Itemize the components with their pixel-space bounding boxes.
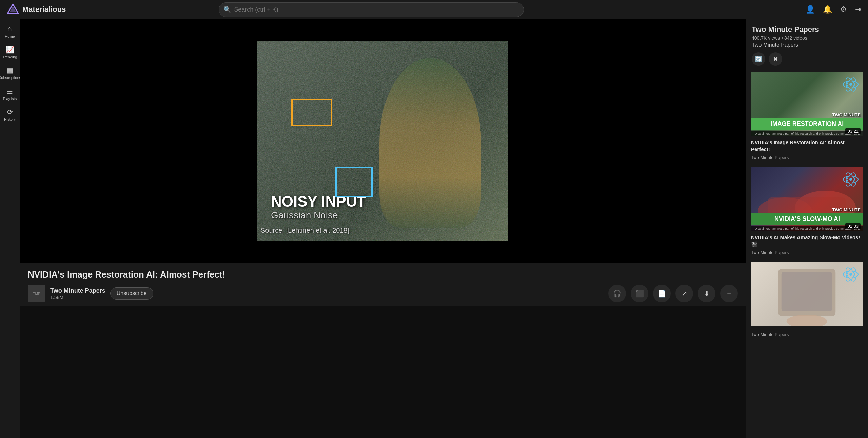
sidebar-item-label-trending: Trending	[2, 55, 17, 59]
subscriber-count: 1.58M	[50, 294, 105, 300]
topbar-actions: 👤 🔔 ⚙ ⇥	[806, 5, 861, 14]
atom-icon-1	[842, 76, 859, 93]
subscriptions-icon: ▦	[7, 66, 13, 74]
app-title: Materialious	[22, 5, 66, 14]
video-card-title-2: NVIDIA's AI Makes Amazing Slow-Mo Videos…	[751, 234, 863, 247]
gaussian-label: Gaussian Noise	[271, 210, 366, 221]
channel-row: TMP Two Minute Papers 1.58M Unsubscribe …	[28, 285, 738, 302]
right-channel-title: Two Minute Papers	[752, 25, 863, 34]
history-icon: ⟳	[7, 108, 13, 116]
topbar: Materialious 🔍 👤 🔔 ⚙ ⇥	[0, 0, 868, 19]
video-card-2[interactable]: TWO MINUTEPAPERS NVIDIA'S SLOW-MO AI Dis…	[746, 164, 868, 259]
duration-badge-1: 03:21	[845, 128, 861, 134]
svg-text:TMP: TMP	[33, 292, 40, 296]
video-thumbnail-2: TWO MINUTEPAPERS NVIDIA'S SLOW-MO AI Dis…	[751, 167, 863, 231]
video-thumbnail-3	[751, 262, 863, 326]
theater-button[interactable]: ⬛	[631, 285, 648, 302]
video-card-channel-2: Two Minute Papers	[751, 250, 863, 255]
svg-point-8	[849, 83, 852, 86]
video-title: NVIDIA's Image Restoration AI: Almost Pe…	[28, 269, 738, 280]
unsubscribe-button[interactable]: Unsubscribe	[110, 287, 153, 300]
highlight-rect-blue	[335, 167, 373, 197]
trending-icon: 📈	[6, 45, 14, 54]
svg-point-15	[849, 178, 852, 181]
sidebar-item-label-history: History	[4, 117, 16, 122]
video-card-1[interactable]: TWO MINUTEPAPERS IMAGE RESTORATION AI Di…	[746, 69, 868, 164]
right-actions: 🔄 ✖	[752, 52, 863, 66]
channel-left: TMP Two Minute Papers 1.58M Unsubscribe	[28, 285, 153, 302]
video-overlay-text: NOISY INPUT Gaussian Noise	[271, 193, 366, 221]
channel-name: Two Minute Papers	[50, 287, 105, 294]
svg-point-18	[787, 315, 827, 326]
right-channel-stats: 400.7K views • 842 videos	[752, 35, 863, 41]
highlight-rect-orange	[291, 99, 332, 126]
content-area: NOISY INPUT Gaussian Noise Source: [Leht…	[20, 19, 746, 438]
search-input[interactable]	[219, 2, 524, 17]
sidebar-item-home[interactable]: ⌂ Home	[1, 22, 19, 41]
video-card-channel-3: Two Minute Papers	[751, 332, 863, 337]
right-channel-name: Two Minute Papers	[752, 42, 863, 48]
video-source: Source: [Lehtinen et al. 2018]	[261, 227, 349, 234]
right-action-refresh[interactable]: 🔄	[752, 52, 765, 66]
sidebar-item-subscriptions[interactable]: ▦ Subscriptions	[1, 63, 19, 83]
search-bar-container: 🔍	[219, 2, 524, 17]
svg-rect-17	[782, 272, 832, 311]
main-layout: ⌂ Home 📈 Trending ▦ Subscriptions ☰ Play…	[0, 19, 868, 438]
sidebar-item-label-playlists: Playlists	[3, 97, 17, 101]
playlists-icon: ☰	[7, 87, 13, 95]
below-video: NVIDIA's Image Restoration AI: Almost Pe…	[20, 263, 746, 306]
sidebar-item-playlists[interactable]: ☰ Playlists	[1, 84, 19, 104]
settings-icon[interactable]: ⚙	[840, 5, 847, 14]
thumb-koala: TWO MINUTEPAPERS IMAGE RESTORATION AI Di…	[751, 72, 863, 136]
video-card-title-1: NVIDIA's Image Restoration AI: Almost Pe…	[751, 139, 863, 152]
sidebar-item-label-home: Home	[5, 34, 15, 39]
duration-badge-2: 02:33	[845, 223, 861, 229]
svg-point-22	[849, 273, 852, 276]
headphones-button[interactable]: 🎧	[608, 285, 626, 302]
share-button[interactable]: ↗	[675, 285, 693, 302]
sidebar-item-trending[interactable]: 📈 Trending	[1, 43, 19, 62]
right-panel: Two Minute Papers 400.7K views • 842 vid…	[746, 19, 868, 438]
video-thumbnail-1: TWO MINUTEPAPERS IMAGE RESTORATION AI Di…	[751, 72, 863, 136]
sidebar-item-label-subscriptions: Subscriptions	[0, 76, 21, 80]
account-icon[interactable]: 👤	[806, 5, 815, 14]
bell-icon[interactable]: 🔔	[823, 5, 832, 14]
right-panel-header: Two Minute Papers 400.7K views • 842 vid…	[746, 19, 868, 69]
thumb-paper	[751, 262, 863, 326]
video-actions: 🎧 ⬛ 📄 ↗ ⬇ +	[608, 285, 738, 302]
more-button[interactable]: +	[720, 285, 738, 302]
search-icon: 🔍	[223, 6, 231, 13]
download-button[interactable]: ⬇	[698, 285, 715, 302]
video-player[interactable]: NOISY INPUT Gaussian Noise Source: [Leht…	[20, 19, 746, 263]
logo-icon	[7, 3, 19, 16]
sidebar-item-history[interactable]: ⟳ History	[1, 105, 19, 125]
person-silhouette	[379, 58, 481, 228]
home-icon: ⌂	[8, 25, 12, 33]
channel-avatar: TMP	[28, 285, 45, 302]
atom-icon-3	[842, 266, 859, 283]
video-content: NOISY INPUT Gaussian Noise Source: [Leht…	[257, 41, 508, 241]
video-card-channel-1: Two Minute Papers	[751, 155, 863, 160]
logout-icon[interactable]: ⇥	[855, 5, 861, 14]
avatar-icon: TMP	[28, 285, 45, 302]
video-card-3[interactable]: Two Minute Papers	[746, 259, 868, 340]
channel-info: Two Minute Papers 1.58M	[50, 287, 105, 300]
document-button[interactable]: 📄	[653, 285, 671, 302]
atom-icon-2	[842, 171, 859, 188]
thumb-car: TWO MINUTEPAPERS NVIDIA'S SLOW-MO AI Dis…	[751, 167, 863, 231]
sidebar: ⌂ Home 📈 Trending ▦ Subscriptions ☰ Play…	[0, 19, 20, 438]
logo-area: Materialious	[7, 3, 75, 16]
right-action-close[interactable]: ✖	[769, 52, 782, 66]
